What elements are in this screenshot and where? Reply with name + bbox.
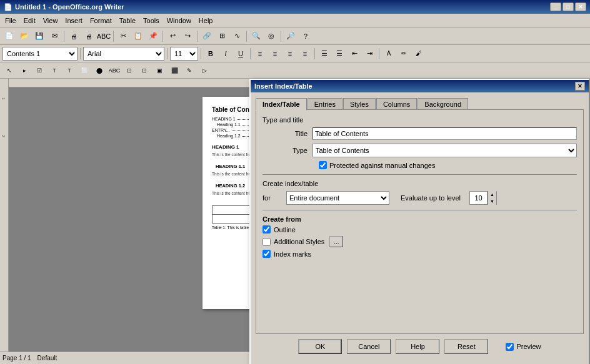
new-button[interactable]: 📄 bbox=[2, 29, 16, 43]
tab-strip: Index/Table Entries Styles Columns Backg… bbox=[256, 97, 584, 110]
tb3-btn3[interactable]: ☑ bbox=[32, 64, 46, 77]
show-draw-button[interactable]: ∿ bbox=[230, 29, 244, 43]
menu-help[interactable]: Help bbox=[195, 14, 217, 27]
for-select[interactable]: Entire document bbox=[286, 191, 389, 205]
reset-button[interactable]: Reset bbox=[444, 339, 488, 354]
dialog-content: Index/Table Entries Styles Columns Backg… bbox=[251, 92, 589, 364]
hyperlink-button[interactable]: 🔗 bbox=[200, 29, 214, 43]
style-combo[interactable]: Contents 1 bbox=[2, 47, 78, 61]
title-input[interactable] bbox=[312, 127, 577, 140]
underline-button[interactable]: U bbox=[234, 47, 248, 61]
protected-checkbox[interactable] bbox=[319, 161, 327, 169]
menu-format[interactable]: Format bbox=[86, 14, 116, 27]
align-left-button[interactable]: ≡ bbox=[253, 47, 267, 61]
char-highlight-button[interactable]: 🖌 bbox=[412, 47, 426, 61]
for-row: for Entire document Evaluate up to level… bbox=[262, 191, 577, 205]
tb3-btn14[interactable]: ▷ bbox=[198, 64, 211, 77]
tb3-btn2[interactable]: ▸ bbox=[18, 64, 31, 77]
tab-index-table[interactable]: Index/Table bbox=[256, 98, 307, 111]
italic-button[interactable]: I bbox=[219, 47, 232, 61]
tb3-btn5[interactable]: T bbox=[62, 64, 76, 77]
sep-f5 bbox=[314, 48, 315, 59]
help-button[interactable]: Help bbox=[396, 339, 439, 354]
close-button[interactable]: ✕ bbox=[575, 2, 586, 11]
tb3-btn7[interactable]: ⬤ bbox=[92, 64, 106, 77]
menu-insert[interactable]: Insert bbox=[61, 14, 86, 27]
tb3-btn4[interactable]: T bbox=[48, 64, 61, 77]
bullets-button[interactable]: ☰ bbox=[318, 47, 331, 61]
outline-checkbox[interactable] bbox=[262, 225, 271, 234]
size-combo[interactable]: 11 bbox=[170, 47, 198, 61]
align-right-button[interactable]: ≡ bbox=[283, 47, 297, 61]
tb3-btn11[interactable]: ▣ bbox=[152, 64, 166, 77]
table-button[interactable]: ⊞ bbox=[215, 29, 229, 43]
tb3-btn6[interactable]: ⬜ bbox=[78, 64, 91, 77]
print-preview-button[interactable]: 🖨 bbox=[67, 29, 81, 43]
indent-button[interactable]: ⇥ bbox=[362, 47, 376, 61]
minimize-button[interactable]: _ bbox=[550, 2, 561, 11]
preview-checkbox-row: Preview bbox=[506, 343, 541, 351]
tab-background[interactable]: Background bbox=[418, 98, 468, 111]
menu-table[interactable]: Table bbox=[116, 14, 139, 27]
copy-button[interactable]: 📋 bbox=[131, 29, 145, 43]
align-center-button[interactable]: ≡ bbox=[268, 47, 282, 61]
open-button[interactable]: 📂 bbox=[18, 29, 31, 43]
eval-spin-down[interactable]: ▼ bbox=[488, 198, 496, 205]
additional-styles-checkbox[interactable] bbox=[262, 238, 271, 246]
undo-button[interactable]: ↩ bbox=[166, 29, 179, 43]
menu-file[interactable]: File bbox=[1, 14, 20, 27]
tab-entries[interactable]: Entries bbox=[308, 98, 342, 111]
navigator-button[interactable]: ◎ bbox=[264, 29, 278, 43]
maximize-button[interactable]: □ bbox=[562, 2, 574, 11]
help-button[interactable]: ? bbox=[299, 29, 312, 43]
type-select[interactable]: Table of Contents bbox=[312, 144, 577, 157]
dialog-footer: OK Cancel Help Reset Preview bbox=[256, 334, 584, 359]
find-button[interactable]: 🔍 bbox=[249, 29, 263, 43]
tb3-btn1[interactable]: ↖ bbox=[2, 64, 16, 77]
tb3-btn13[interactable]: ✎ bbox=[182, 64, 196, 77]
sep4 bbox=[197, 31, 198, 42]
menu-window[interactable]: Window bbox=[163, 14, 195, 27]
eval-spin-up[interactable]: ▲ bbox=[488, 191, 496, 198]
tb3-btn10[interactable]: ⊡ bbox=[138, 64, 151, 77]
additional-styles-label: Additional Styles bbox=[274, 238, 324, 245]
tb3-btn9[interactable]: ⊡ bbox=[122, 64, 136, 77]
bold-button[interactable]: B bbox=[204, 47, 218, 61]
create-from-section: Create from Outline Additional Styles ..… bbox=[262, 215, 577, 258]
menu-edit[interactable]: Edit bbox=[20, 14, 39, 27]
menu-view[interactable]: View bbox=[39, 14, 62, 27]
highlight-button[interactable]: ✏ bbox=[397, 47, 411, 61]
outdent-button[interactable]: ⇤ bbox=[348, 47, 361, 61]
additional-styles-button[interactable]: ... bbox=[329, 236, 343, 247]
tab-columns[interactable]: Columns bbox=[376, 98, 417, 111]
sep-f6 bbox=[379, 48, 379, 59]
cut-button[interactable]: ✂ bbox=[116, 29, 130, 43]
menu-tools[interactable]: Tools bbox=[139, 14, 163, 27]
print-button[interactable]: 🖨 bbox=[82, 29, 96, 43]
dialog-title: Insert Index/Table bbox=[254, 82, 312, 90]
numbering-button[interactable]: ☰ bbox=[332, 47, 346, 61]
zoom-button[interactable]: 🔎 bbox=[284, 29, 298, 43]
ok-button[interactable]: OK bbox=[298, 339, 342, 354]
vertical-ruler: 1 2 bbox=[0, 79, 9, 352]
type-form-group: Type Table of Contents bbox=[262, 144, 577, 157]
font-combo[interactable]: Arial bbox=[83, 47, 164, 61]
tb3-btn8[interactable]: ABC bbox=[108, 64, 121, 77]
eval-spin-buttons: ▲ ▼ bbox=[488, 191, 496, 205]
index-marks-checkbox[interactable] bbox=[262, 250, 271, 258]
tab-styles[interactable]: Styles bbox=[343, 98, 376, 111]
cancel-button[interactable]: Cancel bbox=[347, 339, 391, 354]
redo-button[interactable]: ↪ bbox=[181, 29, 194, 43]
align-justify-button[interactable]: ≡ bbox=[298, 47, 312, 61]
outline-row: Outline bbox=[262, 225, 577, 234]
menu-bar: File Edit View Insert Format Table Tools… bbox=[0, 14, 590, 27]
tb3-btn12[interactable]: ⬛ bbox=[168, 64, 181, 77]
spellcheck-button[interactable]: ABC bbox=[97, 29, 111, 43]
email-button[interactable]: ✉ bbox=[48, 29, 61, 43]
font-color-button[interactable]: A bbox=[382, 47, 396, 61]
preview-checkbox[interactable] bbox=[506, 343, 514, 351]
dialog-close-button[interactable]: ✕ bbox=[575, 82, 585, 91]
paste-button[interactable]: 📌 bbox=[146, 29, 160, 43]
sep6 bbox=[281, 31, 281, 42]
save-button[interactable]: 💾 bbox=[32, 29, 46, 43]
